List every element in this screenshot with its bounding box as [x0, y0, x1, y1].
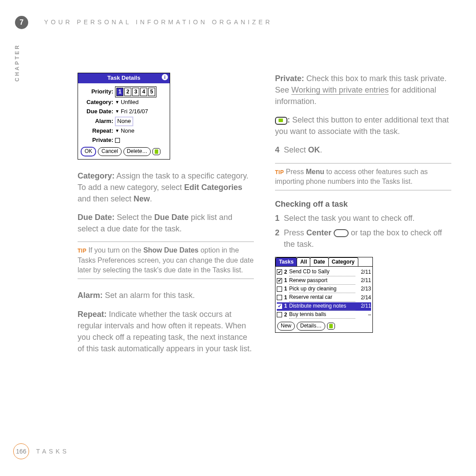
priority-4[interactable]: 4: [140, 88, 147, 96]
task-name[interactable]: Buy tennis balls: [289, 311, 355, 319]
task-checkbox[interactable]: [277, 269, 282, 275]
private-label: Private:: [81, 136, 115, 145]
dialog-titlebar: Task Details i: [78, 73, 170, 83]
task-row[interactable]: 2Send CD to Sally2/11: [277, 268, 371, 276]
priority-5[interactable]: 5: [148, 88, 155, 96]
alarm-label: Alarm:: [81, 117, 115, 126]
task-row[interactable]: 1Distribute meeting notes2/11: [277, 302, 371, 311]
tip-tag: TIP: [275, 169, 284, 175]
note-icon-button[interactable]: [152, 148, 160, 155]
task-name[interactable]: Reserve rental car: [289, 294, 355, 301]
task-priority: 2: [283, 311, 288, 319]
task-priority: 1: [283, 294, 288, 301]
tip-box: TIP Press Menu to access other features …: [275, 163, 451, 191]
info-icon[interactable]: i: [162, 74, 168, 80]
tip-tag: TIP: [78, 248, 86, 254]
task-checkbox[interactable]: [277, 312, 282, 317]
chapter-number-badge: 7: [15, 16, 28, 29]
note-icon-button[interactable]: [327, 323, 335, 330]
tasks-app: Tasks All Date Category 2Send CD to Sall…: [275, 257, 373, 333]
private-heading: Private:: [275, 74, 304, 83]
category-value[interactable]: Unfiled: [121, 98, 138, 107]
task-date: 2/14: [356, 294, 371, 301]
footer-section-title: TASKS: [36, 448, 69, 455]
duedate-paragraph: Due Date: Select the Due Date pick list …: [78, 212, 254, 234]
priority-1[interactable]: 1: [116, 88, 123, 96]
task-row[interactable]: 2Buy tennis balls–: [277, 311, 371, 319]
text: OK: [308, 145, 320, 154]
task-priority: 1: [283, 277, 288, 284]
text: Show Due Dates: [143, 246, 198, 254]
details-button[interactable]: Details…: [297, 322, 325, 330]
dropdown-icon[interactable]: ▼: [115, 128, 119, 134]
repeat-paragraph: Repeat: Indicate whether the task occurs…: [78, 309, 254, 354]
task-date: 2/11: [356, 268, 371, 276]
delete-button[interactable]: Delete…: [123, 147, 151, 156]
page-header-title: YOUR PERSONAL INFORMATION ORGANIZER: [44, 19, 272, 26]
task-name[interactable]: Pick up dry cleaning: [289, 285, 355, 293]
task-priority: 2: [283, 268, 288, 276]
private-link[interactable]: Working with private entries: [291, 86, 389, 95]
priority-selector[interactable]: 1 2 3 4 5: [115, 86, 156, 97]
task-date: 2/13: [356, 285, 371, 293]
priority-2[interactable]: 2: [124, 88, 131, 96]
text: .: [320, 145, 322, 154]
priority-label: Priority:: [81, 88, 115, 96]
step-number: 4: [275, 144, 279, 156]
text: and then select: [78, 194, 134, 203]
task-checkbox[interactable]: [277, 295, 282, 300]
task-priority: 1: [283, 285, 288, 293]
text: New: [134, 194, 150, 203]
tab-all[interactable]: All: [297, 257, 310, 266]
text: Select: [284, 145, 308, 154]
task-date: 2/11: [356, 277, 371, 284]
dropdown-icon[interactable]: ▼: [115, 99, 119, 106]
task-name[interactable]: Distribute meeting notes: [289, 302, 355, 310]
note-icon: [275, 117, 287, 125]
text: Select the task you want to check off.: [284, 212, 415, 224]
private-paragraph: Private: Check this box to mark this tas…: [275, 73, 451, 107]
task-checkbox[interactable]: [277, 304, 282, 309]
page-number: 166: [13, 443, 29, 459]
ok-button[interactable]: OK: [81, 147, 96, 156]
cancel-button[interactable]: Cancel: [98, 147, 121, 156]
task-date: 2/11: [356, 302, 371, 310]
text: Select this button to enter additional t…: [275, 115, 449, 136]
category-heading: Category:: [78, 171, 115, 180]
repeat-heading: Repeat:: [78, 310, 107, 319]
task-name[interactable]: Renew passport: [289, 277, 355, 285]
alarm-paragraph: Alarm: Set an alarm for this task.: [78, 290, 254, 301]
new-button[interactable]: New: [277, 322, 295, 330]
task-row[interactable]: 1Renew passport2/11: [277, 277, 371, 285]
dropdown-icon[interactable]: ▼: [115, 108, 119, 115]
chapter-side-label: CHAPTER: [14, 44, 20, 82]
task-row[interactable]: 1Pick up dry cleaning2/13: [277, 285, 371, 294]
repeat-label: Repeat:: [81, 127, 115, 135]
tab-date[interactable]: Date: [310, 257, 328, 266]
duedate-heading: Due Date:: [78, 213, 115, 222]
task-row[interactable]: 1Reserve rental car2/14: [277, 294, 371, 302]
repeat-value[interactable]: None: [121, 127, 134, 135]
duedate-value[interactable]: Fri 2/16/07: [121, 108, 148, 116]
step-2: 2 Press Center or tap the box to check o…: [275, 227, 451, 250]
tab-category[interactable]: Category: [328, 257, 358, 266]
step-number: 1: [275, 212, 279, 224]
private-checkbox[interactable]: [115, 138, 120, 143]
task-name[interactable]: Send CD to Sally: [289, 268, 355, 276]
task-checkbox[interactable]: [277, 286, 282, 292]
text: Center: [306, 228, 331, 237]
step-1: 1 Select the task you want to check off.: [275, 212, 451, 224]
alarm-value[interactable]: None: [115, 117, 133, 126]
priority-3[interactable]: 3: [132, 88, 139, 96]
task-date: –: [356, 311, 371, 319]
text: Press: [284, 168, 306, 175]
task-details-dialog: Task Details i Priority: 1 2 3 4 5: [78, 73, 170, 160]
section-heading: Checking off a task: [275, 198, 451, 210]
duedate-label: Due Date:: [81, 108, 115, 116]
text: Due Date: [154, 213, 189, 222]
task-checkbox[interactable]: [277, 278, 282, 283]
text: .: [150, 194, 152, 203]
step-4: 4 Select OK.: [275, 144, 451, 156]
text: If you turn on the: [86, 246, 143, 254]
text: Edit Categories: [184, 183, 242, 192]
